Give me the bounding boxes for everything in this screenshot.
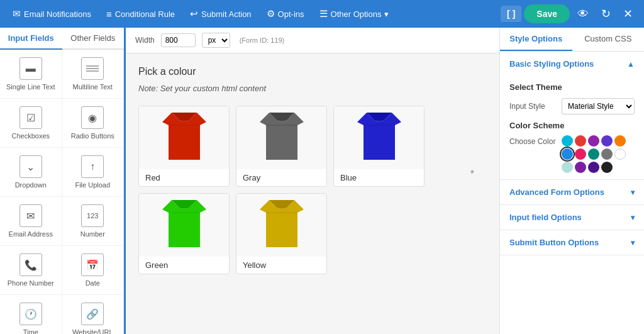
other-options-nav[interactable]: ☰ Other Options ▾ (313, 4, 396, 23)
single-line-text-icon: ▬ (19, 57, 42, 80)
website-url-icon: 🔗 (81, 303, 104, 325)
basic-styling-collapse-icon: ▲ (627, 60, 635, 69)
preview-button[interactable]: 👁 (572, 5, 594, 23)
color-dot-4[interactable] (614, 135, 626, 147)
center-area: Width px % (Form ID: 119) Pick a colour … (126, 28, 499, 334)
blue-shirt-svg (354, 109, 404, 166)
color-dot-9[interactable] (614, 148, 626, 160)
sidebar-grid: ▬ Single Line Text Multiline Text ☑ Chec… (0, 50, 124, 334)
conditional-rule-nav[interactable]: ≡ Conditional Rule (100, 5, 181, 23)
email-icon: ✉ (13, 8, 21, 19)
multiline-text-icon (81, 57, 104, 80)
bracket-button[interactable]: [ ] (501, 6, 521, 22)
color-dot-3[interactable] (601, 135, 613, 147)
color-dots-grid (562, 135, 626, 173)
sidebar-item-multiline-text[interactable]: Multiline Text (62, 50, 125, 99)
refresh-button[interactable]: ↻ (596, 4, 616, 23)
tab-other-fields[interactable]: Other Fields (62, 28, 125, 48)
color-dot-10[interactable] (562, 162, 573, 173)
sidebar-item-website-url[interactable]: 🔗 Website/URL (62, 295, 125, 334)
basic-styling-header[interactable]: Basic Styling Options ▲ (500, 52, 644, 76)
choose-color-label: Choose Color (509, 135, 557, 146)
svg-rect-2 (364, 125, 395, 126)
input-style-row: Input Style Material Style Classic Style… (509, 98, 635, 114)
green-label: Green (139, 257, 229, 274)
color-grid: Red Gray (138, 106, 487, 274)
color-dot-13[interactable] (601, 162, 613, 173)
sidebar-item-dropdown[interactable]: ⌄ Dropdown (0, 148, 62, 197)
submit-button-collapse-icon: ▾ (631, 238, 635, 247)
color-dot-12[interactable] (588, 162, 599, 173)
main-layout: Input Fields Other Fields ▬ Single Line … (0, 28, 644, 334)
top-navigation: ✉ Email Notifications ≡ Conditional Rule… (0, 0, 644, 28)
submit-button-header[interactable]: Submit Button Options ▾ (500, 230, 644, 255)
svg-rect-3 (169, 212, 200, 213)
sidebar-item-checkboxes[interactable]: ☑ Checkboxes (0, 99, 62, 148)
width-input[interactable] (161, 33, 196, 47)
required-star: * (470, 169, 474, 180)
red-shirt-swatch (139, 106, 229, 169)
sidebar-item-radio-buttons[interactable]: ◉ Radio Buttons (62, 99, 125, 148)
submit-icon: ↩ (190, 8, 198, 19)
red-label: Red (139, 169, 229, 186)
unit-select[interactable]: px % (202, 33, 230, 48)
gray-shirt-svg (257, 109, 307, 166)
opt-ins-nav[interactable]: ⚙ Opt-ins (260, 4, 311, 23)
submit-action-nav[interactable]: ↩ Submit Action (184, 4, 258, 23)
sidebar-item-single-line-text[interactable]: ▬ Single Line Text (0, 50, 62, 99)
note-text: Note: Set your custom html content (138, 84, 487, 93)
sidebar-tabs: Input Fields Other Fields (0, 28, 124, 50)
left-sidebar: Input Fields Other Fields ▬ Single Line … (0, 28, 126, 334)
input-style-select[interactable]: Material Style Classic Style Flat Style … (562, 98, 635, 114)
input-style-label: Input Style (509, 102, 557, 111)
color-dot-8[interactable] (601, 148, 613, 160)
width-label: Width (135, 36, 155, 45)
save-button[interactable]: Save (524, 4, 570, 23)
advanced-form-header[interactable]: Advanced Form Options ▾ (500, 180, 644, 204)
color-item-green[interactable]: Green (138, 193, 230, 274)
color-dot-11[interactable] (575, 162, 586, 173)
tab-custom-css[interactable]: Custom CSS (572, 28, 645, 51)
select-theme-label: Select Theme (509, 82, 635, 92)
email-notifications-nav[interactable]: ✉ Email Notifications (6, 4, 97, 23)
color-dot-2[interactable] (588, 135, 599, 147)
input-field-collapse-icon: ▾ (631, 213, 635, 222)
color-grid-container: * Red (138, 106, 487, 274)
basic-styling-section: Basic Styling Options ▲ Select Theme Inp… (500, 52, 644, 180)
sidebar-item-time[interactable]: 🕐 Time (0, 295, 62, 334)
checkboxes-icon: ☑ (19, 106, 42, 129)
color-item-yellow[interactable]: Yellow (236, 193, 327, 274)
close-button[interactable]: ✕ (618, 4, 638, 23)
number-icon: 123 (81, 204, 104, 227)
color-dot-1[interactable] (575, 135, 586, 147)
color-item-red[interactable]: Red (138, 106, 230, 187)
color-item-gray[interactable]: Gray (236, 106, 327, 187)
file-upload-icon: ↑ (81, 155, 104, 178)
radio-buttons-icon: ◉ (81, 106, 104, 129)
color-dot-7[interactable] (588, 148, 599, 160)
sidebar-item-number[interactable]: 123 Number (62, 197, 125, 246)
time-icon: 🕐 (19, 303, 42, 325)
sidebar-item-phone-number[interactable]: 📞 Phone Number (0, 246, 62, 295)
advanced-form-collapse-icon: ▾ (631, 188, 635, 197)
color-scheme-container: Color Scheme Choose Color (509, 121, 635, 173)
email-address-icon: ✉ (19, 204, 42, 227)
tab-input-fields[interactable]: Input Fields (0, 28, 62, 50)
chevron-down-icon: ▾ (384, 9, 389, 19)
yellow-shirt-swatch (236, 194, 326, 257)
color-dot-5[interactable] (562, 148, 573, 160)
tab-style-options[interactable]: Style Options (500, 28, 572, 51)
sidebar-item-date[interactable]: 📅 Date (62, 246, 125, 295)
sidebar-item-file-upload[interactable]: ↑ File Upload (62, 148, 125, 197)
pick-color-heading: Pick a colour (138, 66, 487, 77)
sidebar-item-email-address[interactable]: ✉ Email Address (0, 197, 62, 246)
phone-icon: 📞 (19, 253, 42, 276)
color-picker-row: Choose Color (509, 135, 635, 173)
dropdown-icon: ⌄ (19, 155, 42, 178)
input-field-options-section: Input field Options ▾ (500, 205, 644, 230)
color-dot-6[interactable] (575, 148, 586, 160)
color-item-blue[interactable]: Blue (333, 106, 425, 187)
green-shirt-svg (159, 197, 209, 253)
input-field-options-header[interactable]: Input field Options ▾ (500, 205, 644, 230)
color-dot-0[interactable] (562, 135, 573, 147)
